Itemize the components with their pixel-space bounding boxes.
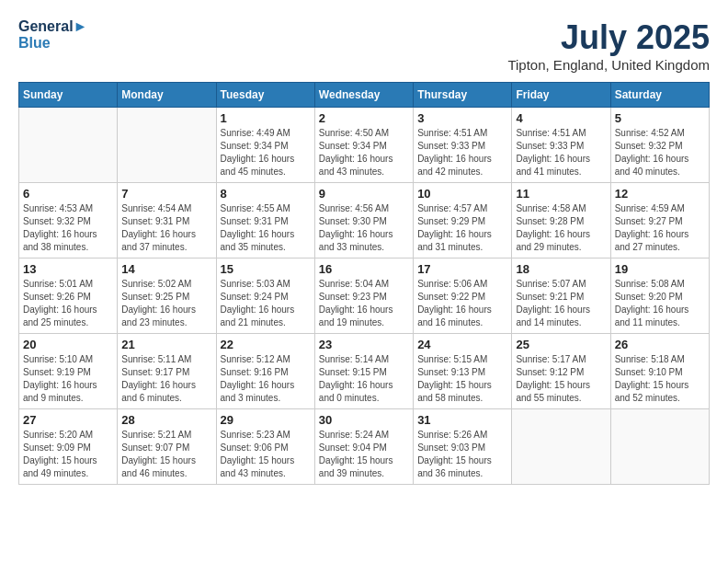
day-detail: Sunrise: 5:06 AM Sunset: 9:22 PM Dayligh… xyxy=(417,278,507,329)
day-detail: Sunrise: 5:08 AM Sunset: 9:20 PM Dayligh… xyxy=(615,278,705,329)
day-detail: Sunrise: 4:57 AM Sunset: 9:29 PM Dayligh… xyxy=(417,202,507,254)
calendar-header-row: SundayMondayTuesdayWednesdayThursdayFrid… xyxy=(19,83,710,108)
day-number: 27 xyxy=(23,413,113,427)
day-number: 10 xyxy=(417,187,507,201)
day-number: 9 xyxy=(319,187,409,201)
calendar-day-header: Tuesday xyxy=(216,83,314,108)
calendar-cell: 12Sunrise: 4:59 AM Sunset: 9:27 PM Dayli… xyxy=(610,183,709,259)
day-detail: Sunrise: 5:24 AM Sunset: 9:04 PM Dayligh… xyxy=(319,429,409,480)
calendar-cell: 5Sunrise: 4:52 AM Sunset: 9:32 PM Daylig… xyxy=(610,108,709,183)
calendar-day-header: Sunday xyxy=(19,83,118,108)
day-detail: Sunrise: 4:59 AM Sunset: 9:27 PM Dayligh… xyxy=(615,202,705,254)
calendar-cell xyxy=(610,409,709,485)
calendar-cell: 1Sunrise: 4:49 AM Sunset: 9:34 PM Daylig… xyxy=(216,108,314,183)
day-detail: Sunrise: 5:11 AM Sunset: 9:17 PM Dayligh… xyxy=(121,353,211,405)
calendar-cell: 14Sunrise: 5:02 AM Sunset: 9:25 PM Dayli… xyxy=(118,259,216,334)
calendar-cell xyxy=(118,108,216,183)
day-detail: Sunrise: 5:12 AM Sunset: 9:16 PM Dayligh… xyxy=(221,353,311,405)
day-detail: Sunrise: 4:51 AM Sunset: 9:33 PM Dayligh… xyxy=(417,127,507,178)
day-detail: Sunrise: 5:18 AM Sunset: 9:10 PM Dayligh… xyxy=(615,353,705,405)
day-detail: Sunrise: 4:52 AM Sunset: 9:32 PM Dayligh… xyxy=(615,127,705,178)
day-number: 3 xyxy=(417,111,507,125)
day-detail: Sunrise: 5:03 AM Sunset: 9:24 PM Dayligh… xyxy=(221,278,311,329)
calendar-cell: 11Sunrise: 4:58 AM Sunset: 9:28 PM Dayli… xyxy=(512,183,610,259)
calendar-cell: 4Sunrise: 4:51 AM Sunset: 9:33 PM Daylig… xyxy=(512,108,610,183)
calendar-cell: 6Sunrise: 4:53 AM Sunset: 9:32 PM Daylig… xyxy=(19,183,118,259)
page-header: General► Blue July 2025 Tipton, England,… xyxy=(18,18,710,73)
day-number: 30 xyxy=(319,413,409,427)
calendar-cell: 9Sunrise: 4:56 AM Sunset: 9:30 PM Daylig… xyxy=(314,183,413,259)
calendar-week-row: 20Sunrise: 5:10 AM Sunset: 9:19 PM Dayli… xyxy=(19,334,710,409)
day-detail: Sunrise: 4:49 AM Sunset: 9:34 PM Dayligh… xyxy=(221,127,311,178)
day-detail: Sunrise: 5:20 AM Sunset: 9:09 PM Dayligh… xyxy=(23,429,113,480)
calendar-cell: 31Sunrise: 5:26 AM Sunset: 9:03 PM Dayli… xyxy=(414,409,512,485)
day-detail: Sunrise: 5:04 AM Sunset: 9:23 PM Dayligh… xyxy=(319,278,409,329)
day-number: 19 xyxy=(615,262,705,276)
day-number: 24 xyxy=(417,338,507,351)
day-detail: Sunrise: 4:53 AM Sunset: 9:32 PM Dayligh… xyxy=(23,202,113,254)
day-number: 6 xyxy=(23,187,113,201)
calendar-day-header: Thursday xyxy=(414,83,512,108)
calendar-cell: 17Sunrise: 5:06 AM Sunset: 9:22 PM Dayli… xyxy=(414,259,512,334)
day-number: 20 xyxy=(23,338,113,351)
calendar-cell: 30Sunrise: 5:24 AM Sunset: 9:04 PM Dayli… xyxy=(314,409,413,485)
day-number: 31 xyxy=(417,413,507,427)
calendar-week-row: 27Sunrise: 5:20 AM Sunset: 9:09 PM Dayli… xyxy=(19,409,710,485)
calendar-day-header: Monday xyxy=(118,83,216,108)
day-number: 14 xyxy=(121,262,211,276)
calendar-cell: 15Sunrise: 5:03 AM Sunset: 9:24 PM Dayli… xyxy=(216,259,314,334)
calendar-day-header: Friday xyxy=(512,83,610,108)
day-detail: Sunrise: 4:55 AM Sunset: 9:31 PM Dayligh… xyxy=(221,202,311,254)
day-number: 1 xyxy=(221,111,311,125)
day-detail: Sunrise: 5:01 AM Sunset: 9:26 PM Dayligh… xyxy=(23,278,113,329)
day-number: 18 xyxy=(516,262,606,276)
calendar-cell: 22Sunrise: 5:12 AM Sunset: 9:16 PM Dayli… xyxy=(216,334,314,409)
day-number: 21 xyxy=(121,338,211,351)
day-detail: Sunrise: 5:15 AM Sunset: 9:13 PM Dayligh… xyxy=(417,353,507,405)
day-number: 16 xyxy=(319,262,409,276)
calendar-cell: 23Sunrise: 5:14 AM Sunset: 9:15 PM Dayli… xyxy=(314,334,413,409)
calendar-cell xyxy=(512,409,610,485)
calendar-cell: 29Sunrise: 5:23 AM Sunset: 9:06 PM Dayli… xyxy=(216,409,314,485)
day-number: 2 xyxy=(319,111,409,125)
day-detail: Sunrise: 4:56 AM Sunset: 9:30 PM Dayligh… xyxy=(319,202,409,254)
calendar-cell xyxy=(19,108,118,183)
day-number: 25 xyxy=(516,338,606,351)
day-detail: Sunrise: 5:07 AM Sunset: 9:21 PM Dayligh… xyxy=(516,278,606,329)
calendar-cell: 28Sunrise: 5:21 AM Sunset: 9:07 PM Dayli… xyxy=(118,409,216,485)
day-detail: Sunrise: 5:26 AM Sunset: 9:03 PM Dayligh… xyxy=(417,429,507,480)
calendar-cell: 24Sunrise: 5:15 AM Sunset: 9:13 PM Dayli… xyxy=(414,334,512,409)
calendar-day-header: Wednesday xyxy=(314,83,413,108)
title-block: July 2025 Tipton, England, United Kingdo… xyxy=(507,18,710,73)
calendar-cell: 10Sunrise: 4:57 AM Sunset: 9:29 PM Dayli… xyxy=(414,183,512,259)
day-number: 26 xyxy=(615,338,705,351)
calendar-day-header: Saturday xyxy=(610,83,709,108)
calendar-cell: 25Sunrise: 5:17 AM Sunset: 9:12 PM Dayli… xyxy=(512,334,610,409)
day-detail: Sunrise: 4:50 AM Sunset: 9:34 PM Dayligh… xyxy=(319,127,409,178)
calendar-cell: 19Sunrise: 5:08 AM Sunset: 9:20 PM Dayli… xyxy=(610,259,709,334)
day-number: 8 xyxy=(221,187,311,201)
month-title: July 2025 xyxy=(507,18,710,57)
day-number: 4 xyxy=(516,111,606,125)
calendar-cell: 20Sunrise: 5:10 AM Sunset: 9:19 PM Dayli… xyxy=(19,334,118,409)
day-number: 23 xyxy=(319,338,409,351)
day-detail: Sunrise: 4:58 AM Sunset: 9:28 PM Dayligh… xyxy=(516,202,606,254)
calendar-cell: 13Sunrise: 5:01 AM Sunset: 9:26 PM Dayli… xyxy=(19,259,118,334)
calendar-cell: 18Sunrise: 5:07 AM Sunset: 9:21 PM Dayli… xyxy=(512,259,610,334)
day-number: 15 xyxy=(221,262,311,276)
day-detail: Sunrise: 5:21 AM Sunset: 9:07 PM Dayligh… xyxy=(121,429,211,480)
day-detail: Sunrise: 5:14 AM Sunset: 9:15 PM Dayligh… xyxy=(319,353,409,405)
location: Tipton, England, United Kingdom xyxy=(507,57,710,73)
calendar-cell: 2Sunrise: 4:50 AM Sunset: 9:34 PM Daylig… xyxy=(314,108,413,183)
day-number: 5 xyxy=(615,111,705,125)
calendar-table: SundayMondayTuesdayWednesdayThursdayFrid… xyxy=(18,82,710,485)
day-number: 7 xyxy=(121,187,211,201)
day-number: 13 xyxy=(23,262,113,276)
day-number: 11 xyxy=(516,187,606,201)
calendar-cell: 21Sunrise: 5:11 AM Sunset: 9:17 PM Dayli… xyxy=(118,334,216,409)
calendar-cell: 7Sunrise: 4:54 AM Sunset: 9:31 PM Daylig… xyxy=(118,183,216,259)
day-detail: Sunrise: 4:54 AM Sunset: 9:31 PM Dayligh… xyxy=(121,202,211,254)
calendar-cell: 16Sunrise: 5:04 AM Sunset: 9:23 PM Dayli… xyxy=(314,259,413,334)
day-detail: Sunrise: 5:23 AM Sunset: 9:06 PM Dayligh… xyxy=(221,429,311,480)
calendar-cell: 26Sunrise: 5:18 AM Sunset: 9:10 PM Dayli… xyxy=(610,334,709,409)
